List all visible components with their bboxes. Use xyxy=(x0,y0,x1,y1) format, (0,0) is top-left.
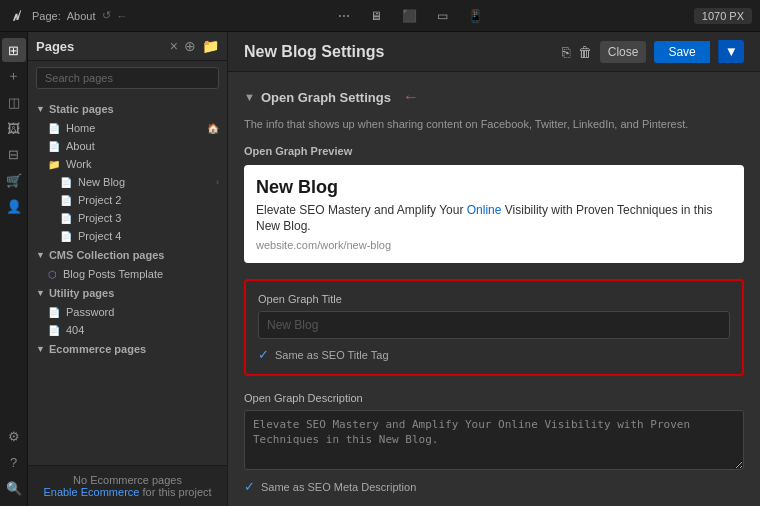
top-bar-right: 1070 PX xyxy=(694,8,752,24)
sidebar-settings-icon[interactable]: ⚙ xyxy=(2,424,26,448)
search-input[interactable] xyxy=(36,67,219,89)
og-desc-label: Open Graph Description xyxy=(244,392,744,404)
sidebar-pages-icon[interactable]: ⊞ xyxy=(2,38,26,62)
utility-pages-label: Utility pages xyxy=(49,287,114,299)
static-pages-label: Static pages xyxy=(49,103,114,115)
pages-folder-icon[interactable]: 📁 xyxy=(202,38,219,54)
page-folder-icon-work: 📁 xyxy=(48,159,60,170)
static-pages-section[interactable]: ▼ Static pages xyxy=(28,99,227,119)
page-item-about[interactable]: 📄 About xyxy=(28,137,227,155)
og-title-label: Open Graph Title xyxy=(258,293,730,305)
page-item-404[interactable]: 📄 404 xyxy=(28,321,227,339)
save-button[interactable]: Save xyxy=(654,41,709,63)
page-item-blog-template[interactable]: ⬡ Blog Posts Template xyxy=(28,265,227,283)
pages-panel: Pages × ⊕ 📁 ▼ Static pages 📄 Home 🏠 📄 Ab… xyxy=(28,32,228,506)
og-title-input[interactable] xyxy=(258,311,730,339)
enable-ecommerce-link[interactable]: Enable Ecommerce xyxy=(43,486,139,498)
page-item-work[interactable]: 📁 Work xyxy=(28,155,227,173)
pages-close-icon[interactable]: × xyxy=(170,38,178,54)
page-name-blog-template: Blog Posts Template xyxy=(63,268,163,280)
cms-page-icon: ⬡ xyxy=(48,269,57,280)
sidebar-users-icon[interactable]: 👤 xyxy=(2,194,26,218)
og-desc-checkbox-row: ✓ Same as SEO Meta Description xyxy=(244,479,744,494)
og-desc-input[interactable]: Elevate SEO Mastery and Amplify Your Onl… xyxy=(244,410,744,470)
og-section-toggle[interactable]: ▼ Open Graph Settings ← xyxy=(244,88,744,106)
page-item-project2[interactable]: 📄 Project 2 xyxy=(28,191,227,209)
og-desc-checkbox-label: Same as SEO Meta Description xyxy=(261,481,416,493)
page-name-new-blog: New Blog xyxy=(78,176,125,188)
sidebar-search-icon[interactable]: 🔍 xyxy=(2,476,26,500)
og-section-label: Open Graph Settings xyxy=(261,90,391,105)
sidebar-components-icon[interactable]: ◫ xyxy=(2,90,26,114)
page-name-project3: Project 3 xyxy=(78,212,121,224)
page-name-404: 404 xyxy=(66,324,84,336)
og-desc-checkbox-check[interactable]: ✓ xyxy=(244,479,255,494)
page-item-password[interactable]: 📄 Password xyxy=(28,303,227,321)
save-dropdown-button[interactable]: ▼ xyxy=(718,40,744,63)
page-file-icon-404: 📄 xyxy=(48,325,60,336)
og-title-checkbox-check[interactable]: ✓ xyxy=(258,347,269,362)
og-section-chevron: ▼ xyxy=(244,91,255,103)
page-name-project2: Project 2 xyxy=(78,194,121,206)
top-bar-left: Page: About ↺ ← xyxy=(8,7,128,25)
enable-ecommerce-suffix: for this project xyxy=(142,486,211,498)
copy-icon[interactable]: ⎘ xyxy=(562,44,570,60)
og-desc-section: Open Graph Description Elevate SEO Maste… xyxy=(244,392,744,494)
page-file-icon: 📄 xyxy=(48,123,60,134)
tablet-portrait-icon[interactable]: ▭ xyxy=(433,7,452,25)
sidebar-add-icon[interactable]: ＋ xyxy=(2,64,26,88)
content-title: New Blog Settings xyxy=(244,43,554,61)
content-body: ▼ Open Graph Settings ← The info that sh… xyxy=(228,72,760,506)
page-name: About xyxy=(67,10,96,22)
og-preview-box: New Blog Elevate SEO Mastery and Amplify… xyxy=(244,165,744,264)
content-area: New Blog Settings ⎘ 🗑 Close Save ▼ ▼ Ope… xyxy=(228,32,760,506)
static-pages-chevron: ▼ xyxy=(36,104,45,114)
page-item-project3[interactable]: 📄 Project 3 xyxy=(28,209,227,227)
page-name-work: Work xyxy=(66,158,91,170)
tablet-landscape-icon[interactable]: ⬛ xyxy=(398,7,421,25)
trash-icon[interactable]: 🗑 xyxy=(578,44,592,60)
pages-header: Pages × ⊕ 📁 xyxy=(28,32,227,61)
page-file-icon-p2: 📄 xyxy=(60,195,72,206)
sidebar-assets-icon[interactable]: 🖼 xyxy=(2,116,26,140)
page-name-project4: Project 4 xyxy=(78,230,121,242)
ecommerce-pages-section[interactable]: ▼ Ecommerce pages xyxy=(28,339,227,359)
pages-title: Pages xyxy=(36,39,164,54)
page-file-icon-p3: 📄 xyxy=(60,213,72,224)
utility-pages-section[interactable]: ▼ Utility pages xyxy=(28,283,227,303)
desktop-icon[interactable]: 🖥 xyxy=(366,7,386,25)
sidebar-help-icon[interactable]: ? xyxy=(2,450,26,474)
mobile-icon[interactable]: 📱 xyxy=(464,7,487,25)
page-item-project4[interactable]: 📄 Project 4 xyxy=(28,227,227,245)
page-file-icon-about: 📄 xyxy=(48,141,60,152)
no-ecommerce-text: No Ecommerce pages xyxy=(36,474,219,486)
page-arrow-new-blog: › xyxy=(216,177,219,187)
main-layout: ⊞ ＋ ◫ 🖼 ⊟ 🛒 👤 ⚙ ? 🔍 Pages × ⊕ 📁 ▼ Static… xyxy=(0,32,760,506)
page-item-new-blog[interactable]: 📄 New Blog › xyxy=(28,173,227,191)
red-arrow-indicator: ← xyxy=(403,88,419,106)
ecommerce-pages-chevron: ▼ xyxy=(36,344,45,354)
pages-add-icon[interactable]: ⊕ xyxy=(184,38,196,54)
cms-pages-chevron: ▼ xyxy=(36,250,45,260)
close-button[interactable]: Close xyxy=(600,41,647,63)
page-file-icon-password: 📄 xyxy=(48,307,60,318)
sidebar-cms-icon[interactable]: ⊟ xyxy=(2,142,26,166)
content-header: New Blog Settings ⎘ 🗑 Close Save ▼ xyxy=(228,32,760,72)
cms-pages-label: CMS Collection pages xyxy=(49,249,165,261)
webflow-logo xyxy=(8,7,26,25)
og-description: The info that shows up when sharing cont… xyxy=(244,116,744,133)
page-name-about: About xyxy=(66,140,95,152)
page-item-home[interactable]: 📄 Home 🏠 xyxy=(28,119,227,137)
home-icon: 🏠 xyxy=(207,123,219,134)
ellipsis-icon[interactable]: ⋯ xyxy=(334,7,354,25)
back-icon[interactable]: ← xyxy=(117,10,128,22)
cms-pages-section[interactable]: ▼ CMS Collection pages xyxy=(28,245,227,265)
refresh-icon[interactable]: ↺ xyxy=(102,9,111,22)
page-label: Page: xyxy=(32,10,61,22)
og-preview-title: New Blog xyxy=(256,177,732,198)
og-preview-url: website.com/work/new-blog xyxy=(256,239,732,251)
page-file-icon-p4: 📄 xyxy=(60,231,72,242)
og-title-checkbox-row: ✓ Same as SEO Title Tag xyxy=(258,347,730,362)
og-title-section: Open Graph Title ✓ Same as SEO Title Tag xyxy=(244,279,744,376)
sidebar-ecommerce-icon[interactable]: 🛒 xyxy=(2,168,26,192)
